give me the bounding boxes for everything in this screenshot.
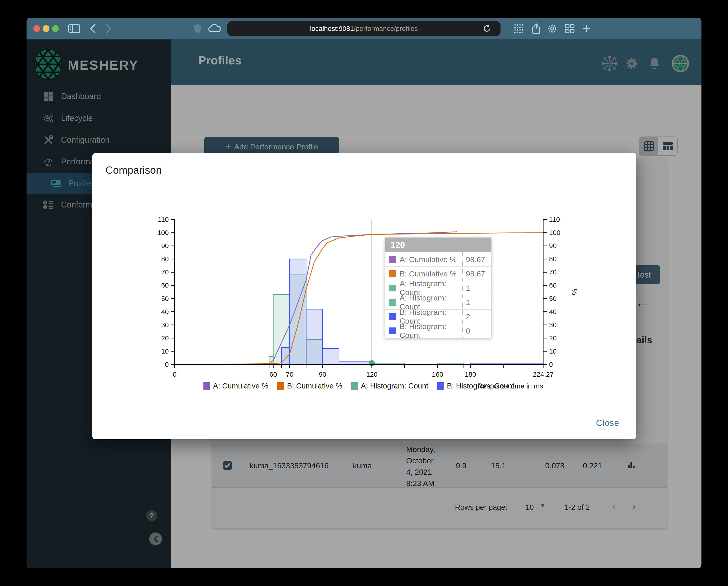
comparison-dialog: Comparison 00101020203030404050506060707… <box>92 153 636 439</box>
url-path: /performance/profiles <box>354 25 418 32</box>
legend-swatch-icon <box>437 382 444 390</box>
svg-text:90: 90 <box>161 242 169 249</box>
tab-overview-icon[interactable] <box>563 22 576 35</box>
svg-text:110: 110 <box>549 216 560 223</box>
forward-icon[interactable] <box>102 22 115 35</box>
legend-item-3[interactable]: B: Histogram: Count <box>437 382 514 390</box>
tooltip-row-1: B: Cumulative %98.67 <box>385 266 491 281</box>
tooltip-swatch-icon <box>389 327 396 334</box>
svg-text:10: 10 <box>549 347 556 355</box>
svg-text:70: 70 <box>161 268 169 276</box>
privacy-shield-icon[interactable] <box>191 22 205 35</box>
svg-text:0: 0 <box>549 361 553 368</box>
new-tab-icon[interactable] <box>580 22 594 35</box>
tooltip-value: 1 <box>462 295 491 309</box>
svg-text:10: 10 <box>161 347 169 355</box>
svg-text:90: 90 <box>319 371 326 378</box>
svg-text:110: 110 <box>158 216 169 223</box>
svg-text:100: 100 <box>549 229 561 236</box>
tooltip-value: 2 <box>462 310 491 324</box>
y-axis-right-label: % <box>571 289 578 295</box>
tooltip-value: 1 <box>462 281 491 295</box>
tooltip-swatch-icon <box>389 313 396 320</box>
svg-text:120: 120 <box>366 371 378 378</box>
histogram-bar-1 <box>290 259 306 365</box>
svg-text:30: 30 <box>549 321 556 328</box>
svg-text:80: 80 <box>161 255 169 263</box>
svg-text:40: 40 <box>549 308 556 316</box>
tooltip-swatch-icon <box>389 299 396 306</box>
tooltip-series-label: B: Cumulative % <box>399 269 462 278</box>
url-host: localhost:9081 <box>310 25 354 32</box>
legend-label: B: Histogram: Count <box>447 382 514 390</box>
legend-label: A: Cumulative % <box>213 382 268 390</box>
close-button[interactable]: Close <box>595 418 621 428</box>
reload-icon[interactable] <box>480 22 494 35</box>
tooltip-header: 120 <box>385 238 491 252</box>
tooltip-value: 98.67 <box>462 267 491 281</box>
histogram-bar-1 <box>306 309 323 365</box>
svg-text:70: 70 <box>286 371 293 378</box>
tooltip-series-label: B: Histogram: Count <box>399 322 462 340</box>
tooltip-row-3: A: Histogram: Count1 <box>385 295 491 309</box>
svg-text:0: 0 <box>165 361 169 368</box>
svg-text:224.27: 224.27 <box>533 371 554 378</box>
tooltip-row-2: A: Histogram: Count1 <box>385 281 491 295</box>
chart-legend: A: Cumulative %B: Cumulative %A: Histogr… <box>175 382 543 390</box>
histogram-bar-1 <box>322 349 339 365</box>
back-icon[interactable] <box>86 22 100 35</box>
svg-text:100: 100 <box>157 229 169 236</box>
tooltip-series-label: A: Cumulative % <box>399 255 462 264</box>
svg-text:160: 160 <box>432 371 443 378</box>
svg-text:60: 60 <box>549 282 556 289</box>
svg-text:60: 60 <box>269 371 277 378</box>
svg-text:50: 50 <box>549 295 556 302</box>
tooltip-swatch-icon <box>389 256 396 263</box>
svg-text:40: 40 <box>161 308 169 316</box>
browser-toolbar: localhost:9081/performance/profiles <box>27 18 701 39</box>
browser-window: localhost:9081/performance/profiles <box>27 18 701 568</box>
svg-text:180: 180 <box>465 371 476 378</box>
close-window-button[interactable] <box>33 25 40 32</box>
address-bar[interactable]: localhost:9081/performance/profiles <box>227 21 500 36</box>
svg-text:80: 80 <box>549 255 556 263</box>
tooltip-row-5: B: Histogram: Count0 <box>385 324 491 338</box>
legend-label: A: Histogram: Count <box>361 382 428 390</box>
svg-text:60: 60 <box>161 282 169 289</box>
tooltip-row-4: B: Histogram: Count2 <box>385 309 491 324</box>
chart-tooltip: 120 A: Cumulative %98.67B: Cumulative %9… <box>385 237 491 338</box>
zoom-window-button[interactable] <box>52 25 59 32</box>
tooltip-value: 0 <box>462 324 491 338</box>
legend-item-0[interactable]: A: Cumulative % <box>203 382 268 390</box>
tooltip-swatch-icon <box>389 270 396 277</box>
cloud-icon[interactable] <box>208 22 222 35</box>
legend-swatch-icon <box>203 382 210 390</box>
tooltip-value: 98.67 <box>462 252 491 266</box>
histogram-bar-1 <box>339 362 372 365</box>
tooltip-row-0: A: Cumulative %98.67 <box>385 252 491 266</box>
svg-text:70: 70 <box>549 268 556 276</box>
settings-gear-icon[interactable] <box>545 22 559 35</box>
legend-swatch-icon <box>351 382 358 390</box>
svg-text:20: 20 <box>161 334 169 342</box>
sidebar-toggle-icon[interactable] <box>67 22 81 35</box>
screenshot-root: localhost:9081/performance/profiles <box>0 0 728 586</box>
legend-item-1[interactable]: B: Cumulative % <box>277 382 342 390</box>
svg-text:0: 0 <box>173 371 177 378</box>
svg-text:50: 50 <box>161 295 169 302</box>
share-icon[interactable] <box>529 22 543 35</box>
svg-text:30: 30 <box>161 321 169 328</box>
comparison-chart: 0010102020303040405050606070708080909010… <box>92 153 636 439</box>
extensions-grid-icon[interactable] <box>512 22 525 35</box>
legend-label: B: Cumulative % <box>287 382 342 390</box>
tooltip-swatch-icon <box>389 285 396 291</box>
minimize-window-button[interactable] <box>43 25 49 32</box>
svg-text:20: 20 <box>549 334 556 342</box>
legend-swatch-icon <box>277 382 284 390</box>
legend-item-2[interactable]: A: Histogram: Count <box>351 382 428 390</box>
svg-text:90: 90 <box>549 242 556 249</box>
